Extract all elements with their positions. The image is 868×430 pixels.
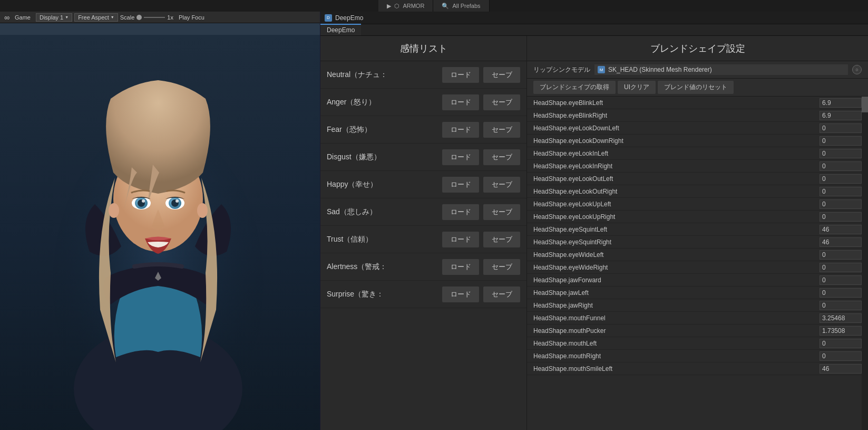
- blend-row-10: HeadShape.eyeSquintLeft 46: [527, 223, 868, 236]
- blend-value-16[interactable]: 0: [820, 301, 862, 310]
- infinity-icon: ∞: [4, 13, 9, 22]
- svg-point-10: [175, 199, 179, 203]
- save-btn-1[interactable]: セーブ: [483, 94, 520, 110]
- deepemo-main-tab[interactable]: DeepEmo: [320, 24, 361, 35]
- all-prefabs-tab[interactable]: 🔍 All Prefabs: [433, 0, 489, 12]
- blend-name-5: HeadShape.eyeLookInRight: [533, 163, 820, 170]
- blend-value-14[interactable]: 0: [820, 275, 862, 285]
- game-toolbar: ∞ Game Display 1 Free Aspect Scale 1x Pl…: [0, 12, 320, 23]
- blend-rows-container: HeadShape.eyeBlinkLeft 6.9 HeadShape.eye…: [527, 97, 868, 375]
- scale-line: [144, 17, 165, 18]
- blend-scrollbar-thumb[interactable]: [862, 97, 868, 112]
- blend-value-19[interactable]: 0: [820, 339, 862, 348]
- load-btn-8[interactable]: ロード: [442, 286, 479, 302]
- blend-name-1: HeadShape.eyeBlinkRight: [533, 112, 820, 119]
- blend-name-8: HeadShape.eyeLookUpLeft: [533, 200, 820, 208]
- emotion-row-8: Surprise（驚き： ロード セーブ: [320, 281, 526, 308]
- blend-name-6: HeadShape.eyeLookOutLeft: [533, 175, 820, 183]
- blend-shape-table: HeadShape.eyeBlinkLeft 6.9 HeadShape.eye…: [527, 97, 868, 430]
- deepemo-icon: D: [325, 14, 332, 22]
- blend-row-11: HeadShape.eyeSquintRight 46: [527, 236, 868, 249]
- blend-name-13: HeadShape.eyeWideRight: [533, 264, 820, 271]
- emotion-row-2: Fear（恐怖） ロード セーブ: [320, 116, 526, 144]
- save-btn-3[interactable]: セーブ: [483, 149, 520, 165]
- blend-model-picker[interactable]: ○: [852, 65, 862, 74]
- search-icon: 🔍: [442, 3, 449, 9]
- emotion-row-0: Neutral（ナチュ： ロード セーブ: [320, 61, 526, 89]
- load-btn-7[interactable]: ロード: [442, 259, 479, 275]
- blend-model-row: リップシンクモデル M SK_HEAD (Skinned Mesh Render…: [527, 61, 868, 79]
- blend-row-1: HeadShape.eyeBlinkRight 6.9: [527, 109, 868, 122]
- blend-value-3[interactable]: 0: [820, 136, 862, 146]
- blend-row-2: HeadShape.eyeLookDownLeft 0: [527, 122, 868, 135]
- display-dropdown[interactable]: Display 1: [36, 13, 72, 22]
- blend-row-15: HeadShape.jawLeft 0: [527, 286, 868, 299]
- blend-name-16: HeadShape.jawRight: [533, 302, 820, 309]
- svg-point-13: [197, 203, 208, 218]
- blend-value-7[interactable]: 0: [820, 187, 862, 196]
- blend-value-12[interactable]: 0: [820, 250, 862, 260]
- load-btn-0[interactable]: ロード: [442, 67, 479, 83]
- blend-value-5[interactable]: 0: [820, 161, 862, 171]
- ui-clear-btn[interactable]: UIクリア: [618, 81, 656, 94]
- emotion-row-3: Disgust（嫌悪） ロード セーブ: [320, 144, 526, 171]
- blend-scrollbar[interactable]: [862, 97, 868, 430]
- emotion-name-8: Surprise（驚き：: [327, 290, 438, 299]
- armor-tab[interactable]: ▶ ⬡ ARMOR: [378, 0, 433, 12]
- get-blend-shape-btn[interactable]: ブレンドシェイプの取得: [533, 81, 616, 94]
- blend-value-9[interactable]: 0: [820, 212, 862, 222]
- play-focus-btn[interactable]: Play Focu: [175, 13, 208, 22]
- blend-name-15: HeadShape.jawLeft: [533, 289, 820, 297]
- top-bar: ▶ ⬡ ARMOR 🔍 All Prefabs: [0, 0, 868, 12]
- blend-value-18[interactable]: 1.73508: [820, 326, 862, 336]
- blend-value-1[interactable]: 6.9: [820, 111, 862, 120]
- blend-value-4[interactable]: 0: [820, 149, 862, 158]
- blend-actions: ブレンドシェイプの取得 UIクリア ブレンド値のリセット: [527, 79, 868, 97]
- blend-name-3: HeadShape.eyeLookDownRight: [533, 137, 820, 145]
- save-btn-8[interactable]: セーブ: [483, 286, 520, 302]
- save-btn-7[interactable]: セーブ: [483, 259, 520, 275]
- deepemo-panel: D DeepEmo DeepEmo 感情リスト Neutral（ナチュ： ロード…: [320, 12, 868, 430]
- emotion-name-7: Alertness（警戒：: [327, 262, 438, 272]
- blend-value-20[interactable]: 0: [820, 351, 862, 361]
- emotion-name-5: Sad（悲しみ）: [327, 207, 438, 217]
- save-btn-5[interactable]: セーブ: [483, 204, 520, 220]
- blend-value-17[interactable]: 3.25468: [820, 313, 862, 323]
- deepemo-tab-bar: DeepEmo: [320, 24, 868, 36]
- blend-value-13[interactable]: 0: [820, 263, 862, 272]
- load-btn-2[interactable]: ロード: [442, 122, 479, 138]
- load-btn-6[interactable]: ロード: [442, 232, 479, 247]
- save-btn-0[interactable]: セーブ: [483, 67, 520, 83]
- load-btn-4[interactable]: ロード: [442, 177, 479, 193]
- blend-name-10: HeadShape.eyeSquintLeft: [533, 226, 820, 233]
- blend-value-11[interactable]: 46: [820, 237, 862, 247]
- blend-value-2[interactable]: 0: [820, 123, 862, 133]
- aspect-dropdown[interactable]: Free Aspect: [74, 13, 118, 22]
- blend-row-8: HeadShape.eyeLookUpLeft 0: [527, 198, 868, 211]
- blend-value-0[interactable]: 6.9: [820, 98, 862, 108]
- scale-control: Scale 1x: [120, 14, 173, 21]
- blend-row-0: HeadShape.eyeBlinkLeft 6.9: [527, 97, 868, 109]
- load-btn-1[interactable]: ロード: [442, 94, 479, 110]
- save-btn-4[interactable]: セーブ: [483, 177, 520, 193]
- save-btn-2[interactable]: セーブ: [483, 122, 520, 138]
- save-btn-6[interactable]: セーブ: [483, 232, 520, 247]
- character-svg: [26, 72, 290, 430]
- load-btn-3[interactable]: ロード: [442, 149, 479, 165]
- emotion-name-4: Happy（幸せ）: [327, 180, 438, 189]
- blend-name-9: HeadShape.eyeLookUpRight: [533, 213, 820, 221]
- blend-value-8[interactable]: 0: [820, 199, 862, 209]
- blend-value-21[interactable]: 46: [820, 364, 862, 374]
- emotion-row-6: Trust（信頼） ロード セーブ: [320, 226, 526, 253]
- emotion-name-0: Neutral（ナチュ：: [327, 70, 438, 80]
- reset-blend-btn[interactable]: ブレンド値のリセット: [658, 81, 734, 94]
- blend-name-12: HeadShape.eyeWideLeft: [533, 251, 820, 259]
- blend-value-10[interactable]: 46: [820, 225, 862, 234]
- blend-value-6[interactable]: 0: [820, 174, 862, 184]
- blend-name-11: HeadShape.eyeSquintRight: [533, 238, 820, 246]
- load-btn-5[interactable]: ロード: [442, 204, 479, 220]
- blend-value-15[interactable]: 0: [820, 288, 862, 298]
- emotion-row-4: Happy（幸せ） ロード セーブ: [320, 171, 526, 198]
- armor-icon: ⬡: [394, 3, 399, 9]
- deepemo-titlebar: D DeepEmo: [320, 12, 868, 24]
